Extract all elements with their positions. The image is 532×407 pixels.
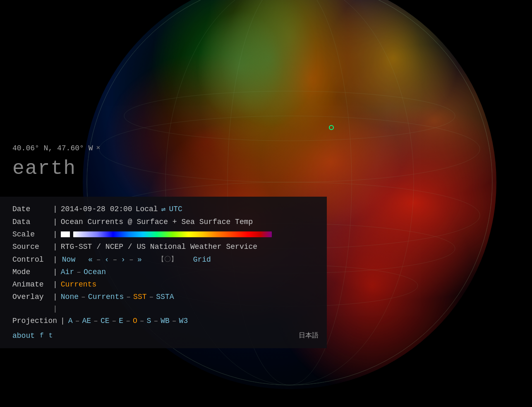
scale-label: Scale (12, 230, 50, 238)
scale-gradient (73, 231, 272, 237)
control-sep: | (53, 255, 58, 264)
mode-dash: – (77, 268, 81, 276)
proj-ce-button[interactable]: CE (101, 317, 110, 325)
app-title: earth (0, 156, 132, 186)
step-back-button[interactable]: ‹ (103, 255, 110, 264)
date-swap-button[interactable]: ⇌ (161, 205, 166, 214)
projection-row: Projection | A – AE – CE – E – O – S – W… (12, 315, 319, 327)
animate-currents-button[interactable]: Currents (61, 280, 96, 289)
date-local-label: Local (136, 205, 158, 213)
proj-a-button[interactable]: A (68, 317, 73, 325)
overlay-row: Overlay | None – Currents – SST – SSTA (12, 291, 319, 303)
mode-ocean-button[interactable]: Ocean (84, 268, 106, 276)
source-label: Source (12, 243, 50, 251)
proj-w3-button[interactable]: W3 (179, 317, 188, 325)
pipe-char: | (53, 305, 58, 313)
date-row: Date | 2014-09-28 02:00 Local ⇌ UTC (12, 202, 319, 216)
overlay-sst-button[interactable]: SST (133, 293, 146, 301)
source-value: RTG-SST / NCEP / US National Weather Ser… (61, 243, 257, 251)
pipe-divider-row: | (12, 303, 319, 315)
scale-row: Scale | (12, 228, 319, 241)
now-button[interactable]: Now (61, 255, 77, 264)
ctrl-dash1: – (96, 255, 101, 264)
mode-air-button[interactable]: Air (61, 268, 74, 276)
coordinates-display: 40.06° N, 47.60° W × (0, 141, 132, 156)
animate-row: Animate | Currents (12, 278, 319, 291)
ctrl-dash3: – (129, 255, 134, 264)
animate-button[interactable]: 【〇】 (156, 255, 179, 264)
location-marker (329, 125, 334, 130)
proj-s-button[interactable]: S (147, 317, 151, 325)
twitter-icon[interactable]: t (49, 332, 53, 340)
language-button[interactable]: 日本語 (299, 331, 319, 340)
date-sep: | (53, 205, 58, 213)
data-row: Data | Ocean Currents @ Surface + Sea Su… (12, 216, 319, 228)
about-bar: about f t 日本語 (12, 327, 319, 340)
svg-point-1 (99, 116, 480, 182)
lat-lon-text: 40.06° N, 47.60° W (12, 144, 93, 152)
rewind-fast-button[interactable]: « (87, 255, 94, 264)
animate-sep: | (53, 280, 58, 289)
info-panel: Date | 2014-09-28 02:00 Local ⇌ UTC Data… (0, 197, 327, 348)
proj-o-button[interactable]: O (133, 317, 137, 325)
grid-button[interactable]: Grid (192, 255, 212, 264)
proj-ae-button[interactable]: AE (82, 317, 91, 325)
about-left-section: about f t (12, 332, 53, 340)
proj-wb-button[interactable]: WB (161, 317, 170, 325)
date-value: 2014-09-28 02:00 (61, 205, 132, 213)
date-utc-button[interactable]: UTC (169, 205, 182, 213)
left-panel: 40.06° N, 47.60° W × earth (0, 141, 132, 186)
step-fwd-button[interactable]: › (120, 255, 127, 264)
overlay-label: Overlay (12, 293, 50, 301)
ctrl-dash2: – (113, 255, 117, 264)
animate-label: Animate (12, 280, 50, 289)
mode-sep: | (53, 268, 58, 276)
fwd-fast-button[interactable]: » (136, 255, 143, 264)
control-buttons: Now « – ‹ – › – » 【〇】 Grid (61, 255, 212, 264)
projection-sep: | (60, 317, 65, 325)
scale-sep: | (53, 230, 58, 238)
data-label: Data (12, 218, 50, 226)
source-sep: | (53, 243, 58, 251)
data-value: Ocean Currents @ Surface + Sea Surface T… (61, 218, 253, 226)
source-row: Source | RTG-SST / NCEP / US National We… (12, 241, 319, 253)
proj-e-button[interactable]: E (119, 317, 123, 325)
facebook-icon[interactable]: f (40, 332, 44, 340)
overlay-none-button[interactable]: None (61, 293, 79, 301)
about-link[interactable]: about (12, 332, 35, 340)
mode-label: Mode (12, 268, 50, 276)
control-label: Control (12, 255, 50, 264)
control-row: Control | Now « – ‹ – › – » 【〇】 Grid (12, 253, 319, 266)
scale-white-end (61, 231, 70, 237)
step-gap-1 (78, 255, 85, 264)
scale-bar (61, 231, 272, 237)
overlay-currents-button[interactable]: Currents (88, 293, 124, 301)
date-label: Date (12, 205, 50, 213)
mode-row: Mode | Air – Ocean (12, 266, 319, 278)
data-sep: | (53, 218, 58, 226)
overlay-ssta-button[interactable]: SSTA (156, 293, 174, 301)
projection-label: Projection (12, 317, 57, 325)
overlay-sep: | (53, 293, 58, 301)
close-coordinates-button[interactable]: × (96, 144, 100, 152)
